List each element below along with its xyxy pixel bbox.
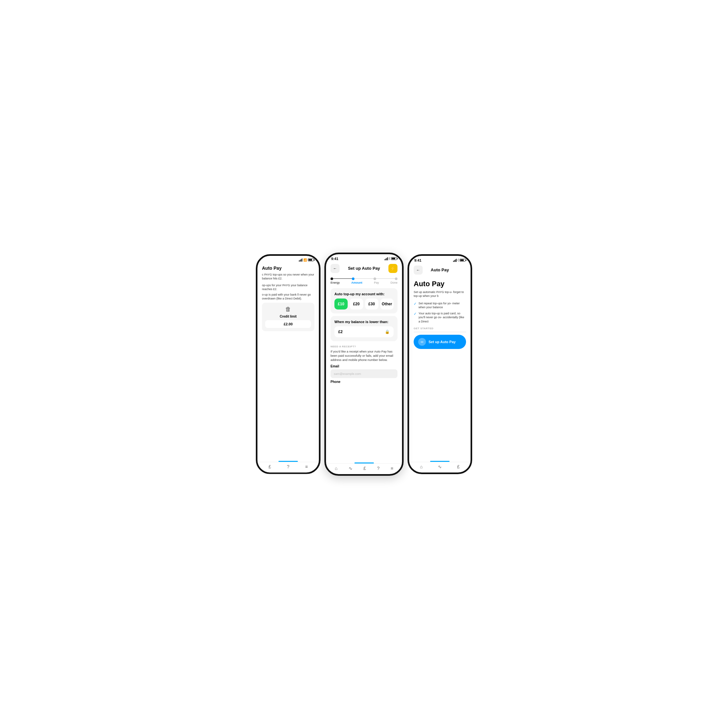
left-menu-icon: ≡ bbox=[305, 464, 307, 469]
left-nav-help[interactable]: ? bbox=[287, 464, 289, 469]
left-status-bar: 📶 bbox=[257, 256, 319, 263]
step-dot-done bbox=[395, 277, 398, 280]
center-nav-usage[interactable]: ∿ bbox=[349, 466, 353, 471]
step-line-1 bbox=[333, 278, 352, 279]
check-item-2: ✓ Your auto top-up is paid card, so you'… bbox=[414, 312, 466, 324]
right-back-button[interactable]: ← bbox=[414, 266, 423, 275]
check-text-1: Set repeat top-ups for yo- meter when yo… bbox=[419, 301, 466, 309]
receipt-text: If you'd like a receipt when your Auto P… bbox=[330, 349, 398, 362]
center-status-bar: 9:41 〈 bbox=[326, 254, 402, 262]
center-nav-home[interactable]: ⌂ bbox=[335, 466, 337, 471]
right-nav-title: Auto Pay bbox=[431, 268, 449, 272]
right-phone: 9:41 〈 ← Auto Pay Auto Pay Set up au bbox=[407, 254, 472, 474]
right-status-icons: 〈 bbox=[453, 258, 465, 262]
center-home-icon: ⌂ bbox=[335, 466, 337, 471]
step-dot-amount bbox=[352, 277, 355, 280]
center-nav-money[interactable]: £ bbox=[364, 466, 366, 471]
check-mark-1: ✓ bbox=[414, 302, 416, 306]
phone-label: Phone bbox=[330, 380, 398, 384]
left-nav-money[interactable]: £ bbox=[268, 464, 271, 469]
scene: 📶 Auto Pay c PAYG top-ups so you never w… bbox=[243, 243, 485, 485]
center-nav-header: ← Set up Auto Pay ⚡ bbox=[326, 262, 402, 275]
steps-dots bbox=[330, 277, 398, 280]
left-signal-icon bbox=[299, 258, 302, 262]
center-bolt-icon: ⚡ bbox=[388, 264, 398, 273]
amount-other[interactable]: Other bbox=[380, 298, 394, 309]
right-battery-icon bbox=[460, 259, 465, 262]
right-nav-money[interactable]: £ bbox=[457, 464, 460, 469]
right-wifi-icon: 〈 bbox=[457, 258, 459, 262]
left-status-icons: 📶 bbox=[299, 258, 314, 262]
step-label-pay: Pay bbox=[374, 281, 379, 284]
center-nav-menu[interactable]: ≡ bbox=[391, 466, 393, 471]
left-phone: 📶 Auto Pay c PAYG top-ups so you never w… bbox=[256, 254, 321, 474]
center-nav-title: Set up Auto Pay bbox=[348, 266, 380, 271]
right-time: 9:41 bbox=[414, 258, 421, 262]
left-money-icon: £ bbox=[268, 464, 271, 469]
setup-btn-text: Set up Auto Pay bbox=[428, 340, 456, 344]
amount-20[interactable]: £20 bbox=[350, 298, 363, 309]
center-phone: 9:41 〈 ← Set up Auto Pay ⚡ bbox=[324, 252, 404, 476]
get-started-label: GET STARTED bbox=[414, 327, 466, 330]
step-dot-energy bbox=[330, 277, 333, 280]
step-line-2 bbox=[355, 278, 373, 279]
balance-card-title: When my balance is lower than: bbox=[334, 320, 394, 324]
left-text1: c PAYG top-ups so you never when your ba… bbox=[262, 273, 314, 281]
left-battery-icon bbox=[308, 258, 314, 261]
right-usage-icon: ∿ bbox=[438, 464, 442, 469]
right-nav-usage[interactable]: ∿ bbox=[438, 464, 442, 469]
center-time: 9:41 bbox=[331, 257, 338, 261]
amount-30[interactable]: £30 bbox=[365, 298, 378, 309]
amount-10[interactable]: £10 bbox=[334, 298, 348, 309]
amount-card: Auto top-up my account with: £10 £20 £30… bbox=[330, 288, 398, 314]
left-credit-card: 🗑 Credit limit £2.00 bbox=[262, 303, 314, 331]
center-steps: Energy Amount Pay Done bbox=[326, 275, 402, 286]
right-home-icon: ⌂ bbox=[420, 464, 423, 469]
step-label-energy: Energy bbox=[330, 281, 340, 284]
receipt-label: NEED A RECEIPT? bbox=[330, 345, 398, 348]
left-nav-menu[interactable]: ≡ bbox=[305, 464, 307, 469]
amount-buttons: £10 £20 £30 Other bbox=[334, 298, 394, 309]
check-text-2: Your auto top-up is paid card, so you'll… bbox=[419, 312, 466, 324]
step-line-3 bbox=[376, 278, 395, 279]
center-content: Auto top-up my account with: £10 £20 £30… bbox=[326, 286, 402, 462]
right-bottom-nav: ⌂ ∿ £ bbox=[409, 462, 471, 473]
center-nav-help[interactable]: ? bbox=[377, 466, 380, 471]
trash-icon: 🗑 bbox=[285, 306, 291, 313]
credit-label: Credit limit bbox=[280, 315, 297, 318]
check-item-1: ✓ Set repeat top-ups for yo- meter when … bbox=[414, 301, 466, 309]
right-status-bar: 9:41 〈 bbox=[409, 256, 471, 264]
receipt-section: NEED A RECEIPT? If you'd like a receipt … bbox=[330, 344, 398, 387]
center-battery-icon bbox=[391, 257, 397, 260]
setup-autopay-button[interactable]: ∞ Set up Auto Pay bbox=[414, 335, 466, 349]
right-content: Auto Pay Set up automatic PAYG top-u- fo… bbox=[409, 277, 471, 460]
right-signal-icon bbox=[453, 259, 457, 262]
balance-input[interactable]: £2 🔒 bbox=[334, 326, 394, 337]
center-menu-icon: ≡ bbox=[391, 466, 393, 471]
center-money-icon: £ bbox=[364, 466, 366, 471]
center-status-icons: 〈 bbox=[385, 257, 397, 260]
center-wifi-icon: 〈 bbox=[389, 257, 390, 260]
left-help-icon: ? bbox=[287, 464, 289, 469]
right-money-icon: £ bbox=[457, 464, 460, 469]
left-text3: o-up is paid with your bank ll never go … bbox=[262, 293, 314, 301]
balance-card: When my balance is lower than: £2 🔒 bbox=[330, 316, 398, 341]
center-back-button[interactable]: ← bbox=[330, 264, 340, 273]
right-big-title: Auto Pay bbox=[414, 280, 466, 288]
right-nav-home[interactable]: ⌂ bbox=[420, 464, 423, 469]
check-mark-2: ✓ bbox=[414, 312, 416, 316]
center-signal-icon bbox=[385, 257, 388, 260]
right-description: Set up automatic PAYG top-u- forget to t… bbox=[414, 290, 466, 298]
center-help-icon: ? bbox=[377, 466, 380, 471]
balance-value: £2 bbox=[338, 330, 343, 334]
step-labels: Energy Amount Pay Done bbox=[330, 281, 398, 284]
center-usage-icon: ∿ bbox=[349, 466, 353, 471]
email-input[interactable]: sam@example.com bbox=[330, 369, 398, 378]
lock-icon: 🔒 bbox=[385, 330, 390, 334]
left-content: Auto Pay c PAYG top-ups so you never whe… bbox=[257, 263, 319, 460]
right-nav-header: ← Auto Pay bbox=[409, 264, 471, 277]
left-wifi-icon: 📶 bbox=[303, 258, 307, 262]
email-placeholder: sam@example.com bbox=[334, 372, 361, 375]
left-bottom-nav: £ ? ≡ bbox=[257, 462, 319, 473]
left-text2: op-ups for your PAYG your balance reache… bbox=[262, 283, 314, 291]
